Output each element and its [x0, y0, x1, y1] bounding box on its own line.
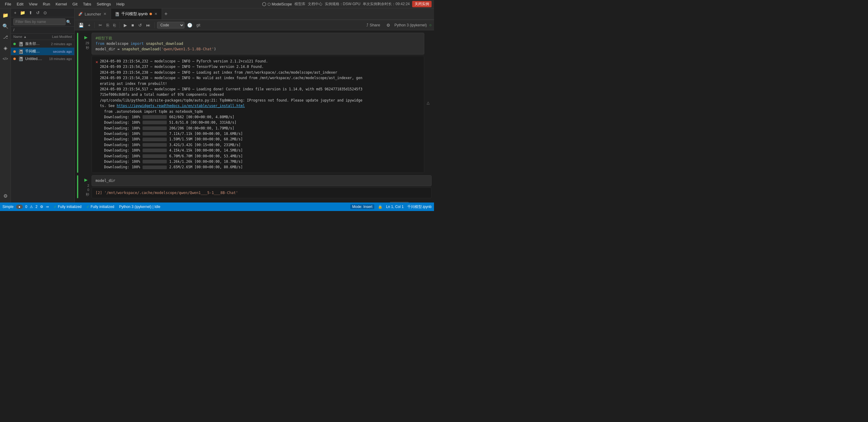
menu-kernel[interactable]: Kernel [53, 1, 69, 7]
sidebar-icon-files[interactable]: 📁 [1, 11, 10, 20]
filter-button[interactable]: ⊙ [42, 10, 48, 16]
instance-time: 单次实例剩余时长：09:42:24 [363, 2, 410, 7]
cut-button[interactable]: ✂ [97, 22, 104, 29]
paste-button[interactable]: ⎗ [112, 22, 117, 29]
sidebar-icon-settings[interactable]: ⚙ [1, 192, 10, 200]
run-cell-button[interactable]: ▶ [122, 22, 129, 29]
toggle-icon[interactable]: ● [16, 205, 23, 209]
tab-bar: 🚀 Launcher ✕ 📓 千问模型.ipynb ✕ + [74, 8, 434, 20]
clock-button[interactable]: 🕐 [186, 22, 194, 29]
cell-1-code[interactable]: #模型下载 from modelscope import snapshot_do… [92, 33, 424, 55]
menubar: File Edit View Run Kernel Git Tabs Setti… [0, 0, 434, 8]
copy-button[interactable]: ⎘ [105, 22, 111, 29]
cell-1-row: ▶ 29 秒 #模型下载 from modelscope import snap… [77, 33, 432, 173]
launcher-tab-label: Launcher [85, 12, 101, 17]
notebook-name-status: 千问模型.ipynb [407, 204, 432, 209]
sidebar-icon-code[interactable]: </> [1, 55, 10, 63]
toolbar-divider-1 [94, 22, 95, 28]
dl-line-9: Downloading: 100% 2.65M/2.65M [00:00<00:… [100, 164, 420, 170]
cell-1-seconds: 秒 [86, 45, 89, 50]
menu-view[interactable]: View [26, 1, 40, 7]
menu-run[interactable]: Run [40, 1, 53, 7]
restart-run-button[interactable]: ⏭ [145, 22, 152, 29]
tab-notebook[interactable]: 📓 千问模型.ipynb ✕ [111, 8, 162, 20]
check-icon-2: ✓ [87, 205, 90, 209]
progress-bar-9 [143, 165, 167, 169]
refresh-button[interactable]: ↺ [35, 10, 41, 16]
new-file-button[interactable]: + [13, 10, 18, 16]
cell-1-run-button[interactable]: ▶ [83, 34, 89, 41]
add-tab-button[interactable]: + [162, 11, 170, 17]
column-modified[interactable]: Last Modified [44, 35, 72, 38]
status-settings-button[interactable]: ⚙ [40, 205, 43, 209]
cell-1-gutter: ▶ 29 秒 [80, 33, 92, 173]
save-button[interactable]: 💾 [77, 22, 85, 29]
cell-2-row: ▶ 2 0 秒 model_dir [2] '/mnt/workspace/.c… [77, 175, 432, 198]
dl-line-1: Downloading: 100% 51.0/51.0 [00:00<00:00… [100, 120, 420, 125]
main-container: 📁 🔍 ⎇ ◈ </> ⚙ + 📁 ⬆ ↺ ⊙ 🔍 / Name [0, 8, 434, 202]
share-button[interactable]: ⤴ Share [364, 22, 382, 28]
file-item-1[interactable]: 📓 千问模型.ipynb seconds ago [11, 47, 74, 55]
tqdm-link[interactable]: https://ipywidgets.readthedocs.io/en/sta… [117, 104, 245, 108]
cell-1-output-lines: 2024-05-09 23:15:54,232 – modelscope – I… [100, 59, 420, 170]
file-list-header: Name ▲ Last Modified [11, 34, 74, 40]
breadcrumb-path[interactable]: / [13, 28, 14, 32]
stop-button[interactable]: ■ [130, 22, 135, 29]
cell-2-code[interactable]: model_dir [92, 175, 432, 186]
security-icon: 🔒 [378, 205, 382, 209]
file-item-2[interactable]: 📓 Untitled.ipynb 18 minutes ago [11, 55, 74, 62]
add-cell-button[interactable]: + [87, 22, 92, 29]
cell-2-output: [2] '/mnt/workspace/.cache/modelscope/qw… [92, 187, 432, 198]
error-count: 0 [25, 205, 27, 209]
output-line-1: 2024-05-09 23:15:54,237 – modelscope – I… [100, 64, 420, 69]
git-button[interactable]: git [195, 22, 202, 28]
cell-1-counter: 29 [86, 41, 89, 45]
file-time-2: 18 minutes ago [44, 57, 72, 61]
status-left: Simple ● 0 ⚠ 2 ⚙ ⇒ [2, 205, 49, 209]
collapse-icon[interactable]: △ [427, 101, 429, 105]
upload-button[interactable]: ⬆ [28, 10, 34, 16]
progress-bar-1 [143, 121, 167, 124]
cell-1-collapse[interactable]: △ [424, 33, 432, 173]
file-panel-toolbar: + 📁 ⬆ ↺ ⊙ [11, 8, 74, 17]
close-instance-button[interactable]: 关闭实例 [412, 1, 432, 7]
new-folder-button[interactable]: 📁 [19, 10, 26, 16]
cell-2-ms: 秒 [86, 192, 89, 197]
cell-2-run-button[interactable]: ▶ [83, 176, 89, 183]
status-bar: Simple ● 0 ⚠ 2 ⚙ ⇒ ✓ Fully initialized ✓… [0, 202, 434, 211]
status-initialized-2: ✓ Fully initialized [87, 205, 114, 209]
file-list: 📓 服务部署调用.ipynb 2 minutes ago 📓 千问模型.ipyn… [11, 40, 74, 202]
sidebar-icon-git[interactable]: ⎇ [1, 33, 10, 41]
menu-git[interactable]: Git [70, 1, 80, 7]
cell-type-select[interactable]: Code Markdown Raw [157, 22, 184, 29]
menu-file[interactable]: File [2, 1, 14, 7]
restart-button[interactable]: ↺ [137, 22, 144, 29]
column-name[interactable]: Name ▲ [13, 35, 44, 38]
sidebar-icon-search[interactable]: 🔍 [1, 22, 10, 30]
menu-tabs[interactable]: Tabs [81, 1, 93, 7]
menu-edit[interactable]: Edit [14, 1, 26, 7]
model-library-link[interactable]: 模型库 [294, 2, 305, 7]
settings-button[interactable]: ⚙ [385, 22, 392, 29]
cell-1-comment: #模型下载 [96, 36, 112, 40]
file-name-1: 千问模型.ipynb [25, 49, 43, 54]
search-submit-button[interactable]: 🔍 [65, 19, 72, 25]
dl-line-3: Downloading: 100% 7.11k/7.11k [00:00<00:… [100, 131, 420, 136]
file-type-icon-1: 📓 [18, 49, 23, 54]
cell-type-bottom-select[interactable]: Code [390, 202, 409, 202]
launcher-tab-close[interactable]: ✕ [103, 12, 107, 16]
cell-2-body: model_dir [2] '/mnt/workspace/.cache/mod… [92, 175, 432, 198]
file-item-0[interactable]: 📓 服务部署调用.ipynb 2 minutes ago [11, 40, 74, 47]
status-nav-button[interactable]: ⇒ [46, 205, 49, 209]
menu-help[interactable]: Help [114, 1, 127, 7]
sidebar-icon-extensions[interactable]: ◈ [1, 44, 10, 52]
cell-1-output: ✕ 2024-05-09 23:15:54,232 – modelscope –… [92, 56, 424, 173]
file-time-1: seconds ago [44, 50, 72, 53]
initialized-label-2: Fully initialized [91, 205, 114, 209]
file-name-2: Untitled.ipynb [25, 57, 43, 61]
search-input[interactable] [13, 19, 65, 25]
docs-link[interactable]: 文档中心 [308, 2, 322, 7]
tab-launcher[interactable]: 🚀 Launcher ✕ [74, 8, 111, 20]
menu-settings[interactable]: Settings [94, 1, 114, 7]
notebook-tab-close[interactable]: ✕ [154, 12, 158, 16]
